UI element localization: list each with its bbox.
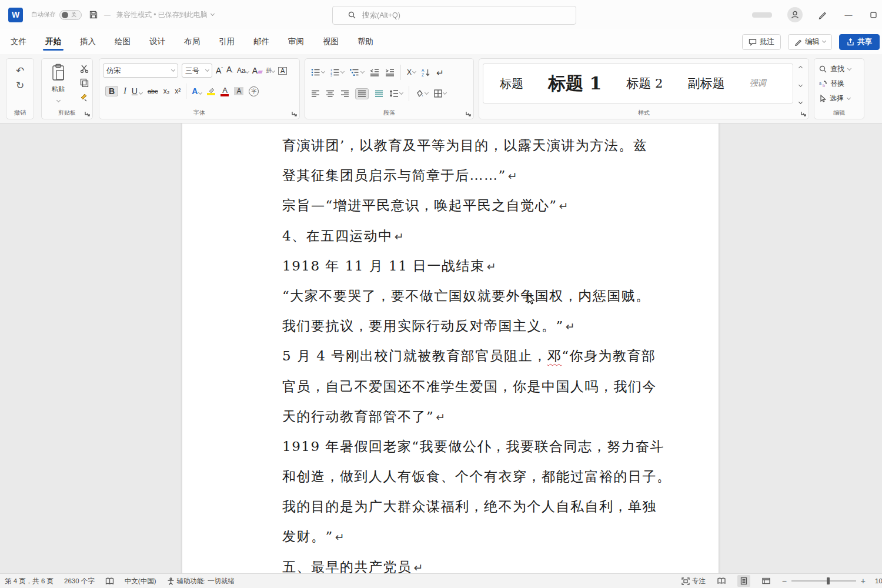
clear-format-button[interactable]: A <box>252 66 262 75</box>
highlight-button[interactable] <box>207 87 215 95</box>
document-area[interactable]: 育演讲团’，以教育及平等为目的，以露天演讲为方法。兹登其征集团员启示与简章于后…… <box>0 123 882 573</box>
align-center-button[interactable] <box>326 90 335 98</box>
multilevel-list-button[interactable] <box>350 68 364 76</box>
strikethrough-button[interactable]: abc <box>148 88 158 95</box>
phonetic-guide-button[interactable]: 拼 <box>266 66 275 75</box>
redo-button[interactable]: ↻ <box>16 81 24 91</box>
web-layout-button[interactable] <box>760 575 773 587</box>
font-color-button[interactable]: A <box>220 86 229 96</box>
undo-button[interactable]: ↶ <box>16 66 24 76</box>
justify-button[interactable] <box>355 88 369 99</box>
style-item-3[interactable]: 标题 2 <box>626 75 663 92</box>
bullets-button[interactable] <box>311 68 325 76</box>
decrease-indent-button[interactable] <box>370 68 379 76</box>
text-effects-button[interactable]: A <box>192 87 202 95</box>
comments-button[interactable]: 批注 <box>742 34 781 50</box>
autosave-control[interactable]: 自动保存 关 <box>31 10 82 20</box>
bold-button[interactable]: B <box>105 86 118 96</box>
change-case-button[interactable]: Aa <box>237 67 249 74</box>
distribute-button[interactable] <box>375 90 383 98</box>
tab-布局[interactable]: 布局 <box>183 31 201 52</box>
zoom-slider[interactable] <box>791 580 856 582</box>
shading-button[interactable] <box>415 89 428 98</box>
increase-indent-button[interactable] <box>385 68 395 76</box>
select-button[interactable]: 选择 <box>819 93 864 103</box>
cut-icon[interactable] <box>80 65 89 73</box>
character-border-button[interactable]: A <box>278 67 287 75</box>
tab-插入[interactable]: 插入 <box>79 31 97 52</box>
language-indicator[interactable]: 中文(中国) <box>125 577 156 586</box>
print-layout-button[interactable] <box>737 575 750 587</box>
zoom-value[interactable]: 100% <box>875 577 882 584</box>
italic-button[interactable]: I <box>123 87 126 95</box>
tab-视图[interactable]: 视图 <box>322 31 340 52</box>
char-shading-button[interactable]: A <box>234 87 243 95</box>
tab-审阅[interactable]: 审阅 <box>287 31 305 52</box>
line-spacing-button[interactable] <box>389 89 403 98</box>
style-item-1[interactable]: 标题 <box>500 76 523 92</box>
pen-icon[interactable] <box>818 10 827 19</box>
shrink-font-button[interactable]: Aˇ <box>226 65 233 76</box>
tab-设计[interactable]: 设计 <box>148 31 166 52</box>
enclose-character-button[interactable]: 字 <box>249 86 259 96</box>
autosave-toggle[interactable]: 关 <box>59 10 82 20</box>
font-name-combo[interactable]: 仿宋 <box>103 64 178 78</box>
page-indicator[interactable]: 第 4 页，共 6 页 <box>5 577 54 586</box>
zoom-slider-thumb[interactable] <box>827 577 830 584</box>
ribbon-tab-row: 文件开始插入绘图设计布局引用邮件审阅视图帮助 批注 编辑 共享 <box>0 29 882 54</box>
word-count[interactable]: 2630 个字 <box>64 577 95 586</box>
style-item-5[interactable]: 强调 <box>749 78 766 89</box>
underline-button[interactable]: U <box>132 87 142 95</box>
paste-button[interactable]: 粘贴 <box>45 64 71 104</box>
copy-icon[interactable] <box>80 78 89 87</box>
editing-mode-button[interactable]: 编辑 <box>788 34 832 50</box>
tab-引用[interactable]: 引用 <box>218 31 236 52</box>
paragraph-dialog-launcher[interactable] <box>465 111 471 116</box>
document-page[interactable]: 育演讲团’，以教育及平等为目的，以露天演讲为方法。兹登其征集团员启示与简章于后…… <box>182 123 719 573</box>
user-label <box>752 12 772 18</box>
style-item-4[interactable]: 副标题 <box>687 75 724 92</box>
clipboard-dialog-launcher[interactable] <box>84 111 90 116</box>
replace-button[interactable]: ab 替换 <box>819 79 864 89</box>
asian-layout-button[interactable]: X <box>407 69 416 76</box>
gallery-up-button[interactable] <box>798 66 802 70</box>
focus-button[interactable]: 专注 <box>681 577 706 586</box>
show-marks-button[interactable]: ↵ <box>436 68 444 77</box>
minimize-button[interactable]: — <box>843 9 854 21</box>
search-input[interactable]: 搜索(Alt+Q) <box>332 6 576 25</box>
share-button[interactable]: 共享 <box>839 34 880 50</box>
avatar[interactable] <box>787 7 803 22</box>
accessibility-status[interactable]: 辅助功能: 一切就绪 <box>167 577 235 586</box>
align-right-button[interactable] <box>340 90 349 98</box>
tab-帮助[interactable]: 帮助 <box>356 31 375 52</box>
maximize-button[interactable] <box>870 11 877 19</box>
gallery-expand-button[interactable] <box>798 100 802 104</box>
font-size-combo[interactable]: 三号 <box>182 64 212 78</box>
find-button[interactable]: 查找 <box>819 64 864 74</box>
paragraph-group-label: 段落 <box>305 109 473 117</box>
tab-邮件[interactable]: 邮件 <box>252 31 270 52</box>
tab-文件[interactable]: 文件 <box>9 31 28 52</box>
proofing-status[interactable] <box>105 577 114 585</box>
word-logo[interactable]: W <box>8 8 23 22</box>
gallery-down-button[interactable] <box>798 83 802 87</box>
zoom-out-button[interactable]: − <box>782 576 787 586</box>
format-painter-icon[interactable] <box>79 92 89 102</box>
document-title[interactable]: 兼容性模式 • 已保存到此电脑 <box>116 10 214 20</box>
subscript-button[interactable]: x₂ <box>163 88 170 95</box>
font-dialog-launcher[interactable] <box>291 111 297 116</box>
zoom-in-button[interactable]: + <box>861 576 866 586</box>
styles-dialog-launcher[interactable] <box>800 111 806 116</box>
read-mode-button[interactable] <box>715 575 728 587</box>
save-icon[interactable] <box>89 10 98 19</box>
sort-button[interactable]: AZ <box>422 68 430 77</box>
superscript-button[interactable]: x² <box>175 88 181 95</box>
style-item-2[interactable]: 标题 1 <box>548 72 602 96</box>
align-left-button[interactable] <box>311 90 320 98</box>
search-placeholder: 搜索(Alt+Q) <box>362 11 400 21</box>
borders-button[interactable] <box>434 89 446 98</box>
grow-font-button[interactable]: Aˆ <box>216 66 223 75</box>
tab-开始[interactable]: 开始 <box>44 31 62 52</box>
numbering-button[interactable]: 123 <box>330 68 344 76</box>
tab-绘图[interactable]: 绘图 <box>113 31 132 52</box>
